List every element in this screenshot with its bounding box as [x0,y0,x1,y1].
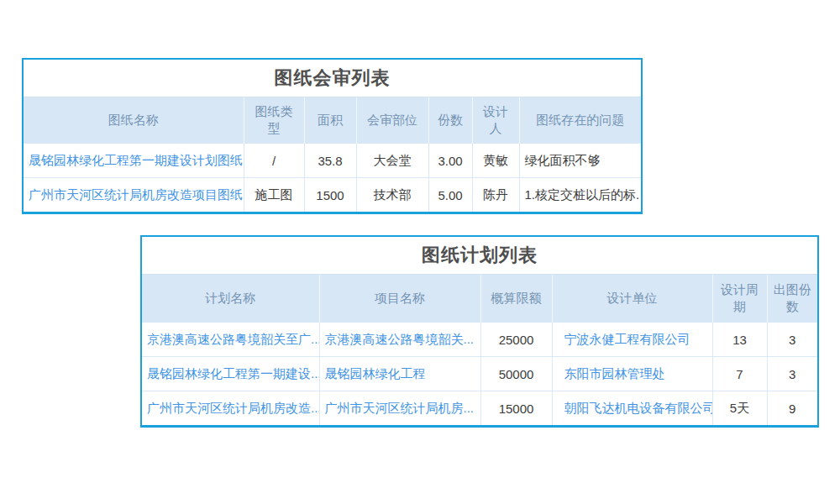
review-col-drawing-name: 图纸名称 [24,97,244,144]
budget-limit-cell: 50000 [480,357,552,391]
copies-cell: 3.00 [428,144,472,178]
plan-col-design-unit: 设计单位 [552,275,712,323]
review-col-copies: 份数 [428,97,472,144]
design-unit-link[interactable]: 东阳市园林管理处 [564,366,665,381]
drawing-type-cell: 施工图 [244,178,304,213]
plan-table-row: 广州市天河区统计局机房改造... 广州市天河区统计局机房... 15000 朝阳… [142,391,817,426]
project-name-link[interactable]: 广州市天河区统计局机房... [325,401,475,415]
area-cell: 35.8 [304,144,356,178]
design-cycle-cell: 7 [712,357,767,391]
design-unit-cell: 朝阳飞达机电设备有限公司 [552,391,712,426]
project-name-link[interactable]: 京港澳高速公路粤境韶关... [325,332,475,346]
output-copies-cell: 3 [767,323,817,357]
plan-col-design-cycle: 设计周期 [712,275,767,323]
drawing-name-link[interactable]: 晟铭园林绿化工程第一期建设计划图纸 [29,153,243,167]
plan-col-output-copies: 出图份数 [767,275,817,323]
plan-name-cell: 京港澳高速公路粤境韶关至广... [142,323,319,357]
review-col-area: 面积 [304,97,356,144]
drawing-type-cell: / [244,144,304,178]
design-unit-link[interactable]: 宁波永健工程有限公司 [564,332,690,346]
copies-cell: 5.00 [428,178,472,213]
designer-cell: 黄敏 [472,144,519,178]
output-copies-cell: 3 [767,357,817,391]
plan-name-cell: 晟铭园林绿化工程第一期建设... [142,357,319,391]
plan-table: 计划名称 项目名称 概算限额 设计单位 设计周期 出图份数 京港澳高速公路粤境韶… [142,274,817,425]
review-table-panel: 图纸会审列表 图纸名称 图纸类型 面积 会审部位 份数 设计人 图纸存在的问题 [22,58,643,214]
plan-name-link[interactable]: 晟铭园林绿化工程第一期建设... [147,366,319,381]
design-unit-link[interactable]: 朝阳飞达机电设备有限公司 [564,401,713,415]
review-col-review-location: 会审部位 [356,97,428,144]
budget-limit-cell: 25000 [480,323,552,357]
project-name-cell: 晟铭园林绿化工程 [319,357,480,391]
design-unit-cell: 宁波永健工程有限公司 [552,323,712,357]
plan-col-project-name: 项目名称 [319,275,480,323]
project-name-link[interactable]: 晟铭园林绿化工程 [325,366,426,381]
plan-col-budget-limit: 概算限额 [480,275,552,323]
designer-cell: 陈丹 [472,178,519,213]
design-unit-cell: 东阳市园林管理处 [552,357,712,391]
plan-col-plan-name: 计划名称 [142,275,319,323]
budget-limit-cell: 15000 [480,391,552,426]
problems-cell: 1.核定交桩以后的标. [519,178,641,213]
review-table: 图纸名称 图纸类型 面积 会审部位 份数 设计人 图纸存在的问题 晟铭园林绿化工… [24,97,641,212]
review-location-cell: 技术部 [356,178,428,213]
review-location-cell: 大会堂 [356,144,428,178]
plan-name-cell: 广州市天河区统计局机房改造... [142,391,319,426]
plan-name-link[interactable]: 京港澳高速公路粤境韶关至广... [147,332,319,346]
review-col-designer: 设计人 [472,97,519,144]
design-cycle-cell: 13 [712,323,767,357]
plan-header-row: 计划名称 项目名称 概算限额 设计单位 设计周期 出图份数 [142,275,817,323]
page-canvas: 图纸会审列表 图纸名称 图纸类型 面积 会审部位 份数 设计人 图纸存在的问题 [0,0,840,504]
review-table-row: 晟铭园林绿化工程第一期建设计划图纸 / 35.8 大会堂 3.00 黄敏 绿化面… [24,144,641,178]
project-name-cell: 京港澳高速公路粤境韶关... [319,323,480,357]
review-col-problems: 图纸存在的问题 [519,97,641,144]
drawing-name-cell: 广州市天河区统计局机房改造项目图纸... [24,178,244,213]
output-copies-cell: 9 [767,391,817,426]
problems-cell: 绿化面积不够 [519,144,641,178]
project-name-cell: 广州市天河区统计局机房... [319,391,480,426]
plan-table-row: 京港澳高速公路粤境韶关至广... 京港澳高速公路粤境韶关... 25000 宁波… [142,323,817,357]
plan-name-link[interactable]: 广州市天河区统计局机房改造... [147,401,319,415]
area-cell: 1500 [304,178,356,213]
drawing-name-link[interactable]: 广州市天河区统计局机房改造项目图纸... [29,187,244,202]
design-cycle-cell: 5天 [712,391,767,426]
review-table-title: 图纸会审列表 [24,60,641,97]
plan-table-title: 图纸计划列表 [142,237,817,274]
review-table-row: 广州市天河区统计局机房改造项目图纸... 施工图 1500 技术部 5.00 陈… [24,178,641,213]
review-header-row: 图纸名称 图纸类型 面积 会审部位 份数 设计人 图纸存在的问题 [24,97,641,144]
plan-table-panel: 图纸计划列表 计划名称 项目名称 概算限额 设计单位 设计周期 出图份数 [140,235,819,428]
review-col-drawing-type: 图纸类型 [244,97,304,144]
plan-table-row: 晟铭园林绿化工程第一期建设... 晟铭园林绿化工程 50000 东阳市园林管理处… [142,357,817,391]
drawing-name-cell: 晟铭园林绿化工程第一期建设计划图纸 [24,144,244,178]
